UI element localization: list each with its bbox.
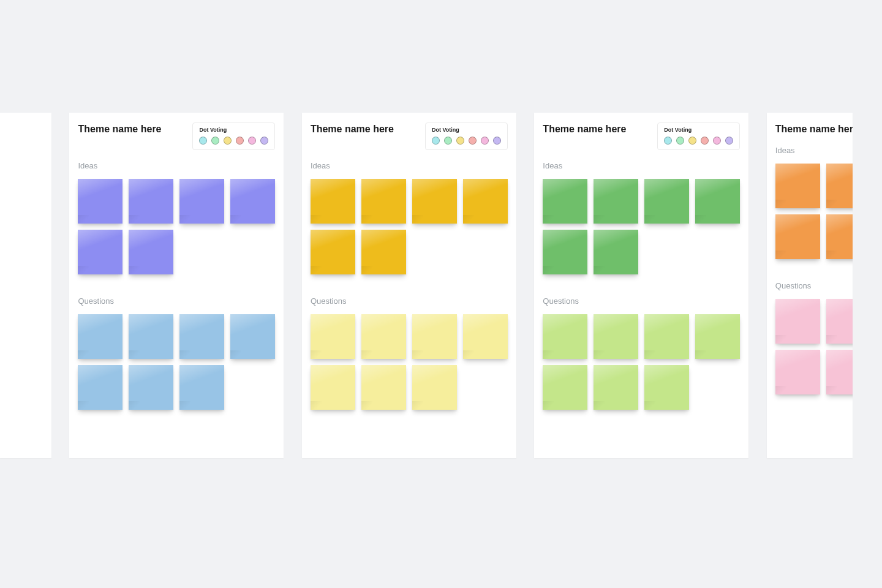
- sticky-note[interactable]: [695, 179, 740, 224]
- dot-voting-dots: [199, 137, 268, 145]
- sticky-note[interactable]: [311, 365, 355, 410]
- sticky-note[interactable]: [311, 314, 355, 359]
- dot-voting-label: Dot Voting: [664, 127, 733, 133]
- sticky-note[interactable]: [463, 314, 508, 359]
- ideas-grid: [78, 179, 275, 274]
- sticky-note[interactable]: [412, 314, 457, 359]
- voting-dot[interactable]: [481, 137, 489, 145]
- section-label-ideas: Ideas: [78, 161, 275, 170]
- voting-dot[interactable]: [444, 137, 452, 145]
- voting-dot[interactable]: [688, 137, 696, 145]
- section-label-questions: Questions: [775, 281, 853, 290]
- voting-dot[interactable]: [248, 137, 256, 145]
- sticky-note[interactable]: [78, 314, 123, 359]
- sticky-note[interactable]: [129, 314, 173, 359]
- sticky-note[interactable]: [695, 314, 740, 359]
- sticky-note[interactable]: [129, 230, 173, 274]
- theme-title[interactable]: Theme name here: [78, 123, 161, 135]
- voting-dot[interactable]: [199, 137, 207, 145]
- dot-voting-dots: [664, 137, 733, 145]
- sticky-note[interactable]: [775, 350, 820, 394]
- theme-board[interactable]: Theme name here Dot Voting Ideas Questio…: [534, 113, 748, 458]
- sticky-note[interactable]: [230, 179, 275, 224]
- sticky-note[interactable]: [543, 179, 587, 224]
- whiteboard-canvas[interactable]: Theme name here Dot Voting Ideas Questio…: [0, 113, 853, 458]
- sticky-note[interactable]: [594, 314, 638, 359]
- voting-dot[interactable]: [260, 137, 268, 145]
- sticky-note[interactable]: [361, 365, 406, 410]
- voting-dot[interactable]: [456, 137, 464, 145]
- sticky-note[interactable]: [594, 230, 638, 274]
- voting-dot[interactable]: [211, 137, 219, 145]
- sticky-note[interactable]: [644, 179, 689, 224]
- section-label-ideas: Ideas: [775, 146, 853, 155]
- dot-voting-panel: Dot Voting: [425, 123, 508, 150]
- voting-dot[interactable]: [224, 137, 232, 145]
- sticky-note[interactable]: [826, 299, 853, 344]
- voting-dot[interactable]: [701, 137, 709, 145]
- voting-dot[interactable]: [236, 137, 244, 145]
- dot-voting-panel: Dot Voting: [192, 123, 275, 150]
- sticky-note[interactable]: [129, 179, 173, 224]
- sticky-note[interactable]: [78, 230, 123, 274]
- questions-grid: [543, 314, 740, 410]
- sticky-note[interactable]: [311, 179, 355, 224]
- sticky-note[interactable]: [775, 299, 820, 344]
- sticky-note[interactable]: [644, 314, 689, 359]
- sticky-note[interactable]: [826, 214, 853, 259]
- section-label-questions: Questions: [311, 296, 508, 306]
- sticky-note[interactable]: [543, 230, 587, 274]
- sticky-note[interactable]: [826, 350, 853, 394]
- voting-dot[interactable]: [725, 137, 733, 145]
- questions-grid: [78, 314, 275, 410]
- voting-dot[interactable]: [432, 137, 440, 145]
- sticky-note[interactable]: [775, 164, 820, 208]
- sticky-note[interactable]: [463, 179, 508, 224]
- sticky-note[interactable]: [361, 314, 406, 359]
- section-label-ideas: Ideas: [311, 161, 508, 170]
- sticky-note[interactable]: [179, 314, 224, 359]
- section-label-questions: Questions: [543, 296, 740, 306]
- sticky-note[interactable]: [543, 365, 587, 410]
- sticky-note[interactable]: [826, 164, 853, 208]
- section-label-ideas: Ideas: [543, 161, 740, 170]
- ideas-grid: [775, 164, 853, 259]
- sticky-note[interactable]: [412, 365, 457, 410]
- sticky-note[interactable]: [179, 179, 224, 224]
- sticky-note[interactable]: [78, 365, 123, 410]
- theme-title[interactable]: Theme name here: [311, 123, 394, 135]
- theme-board[interactable]: Theme name here Dot Voting Ideas Questio…: [69, 113, 284, 458]
- voting-dot[interactable]: [676, 137, 684, 145]
- voting-dot[interactable]: [493, 137, 501, 145]
- questions-grid: [775, 299, 853, 394]
- dot-voting-dots: [432, 137, 501, 145]
- dot-voting-panel: Dot Voting: [657, 123, 740, 150]
- ideas-grid: [543, 179, 740, 274]
- section-label-questions: Questions: [78, 296, 275, 306]
- questions-grid: [311, 314, 508, 410]
- sticky-note[interactable]: [543, 314, 587, 359]
- sticky-note[interactable]: [129, 365, 173, 410]
- voting-dot[interactable]: [713, 137, 721, 145]
- voting-dot[interactable]: [664, 137, 672, 145]
- sticky-note[interactable]: [230, 314, 275, 359]
- sticky-note[interactable]: [644, 365, 689, 410]
- voting-dot[interactable]: [469, 137, 477, 145]
- sticky-note[interactable]: [361, 179, 406, 224]
- sticky-note[interactable]: [594, 179, 638, 224]
- ideas-grid: [311, 179, 508, 274]
- dot-voting-label: Dot Voting: [432, 127, 501, 133]
- theme-title[interactable]: Theme name here: [775, 123, 853, 135]
- sticky-note[interactable]: [311, 230, 355, 274]
- adjacent-board-stub: [0, 113, 51, 458]
- sticky-note[interactable]: [775, 214, 820, 259]
- sticky-note[interactable]: [179, 365, 224, 410]
- dot-voting-label: Dot Voting: [199, 127, 268, 133]
- theme-board[interactable]: Theme name here Ideas Questions: [767, 113, 853, 458]
- sticky-note[interactable]: [78, 179, 123, 224]
- sticky-note[interactable]: [412, 179, 457, 224]
- theme-title[interactable]: Theme name here: [543, 123, 626, 135]
- sticky-note[interactable]: [594, 365, 638, 410]
- theme-board[interactable]: Theme name here Dot Voting Ideas Questio…: [302, 113, 516, 458]
- sticky-note[interactable]: [361, 230, 406, 274]
